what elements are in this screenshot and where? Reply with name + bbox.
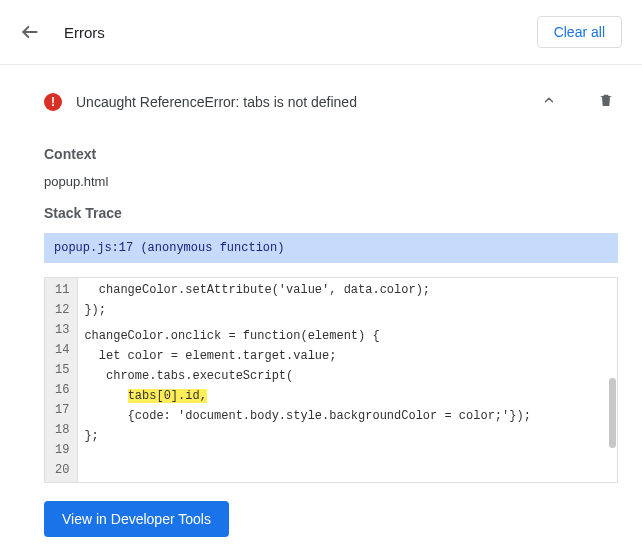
code-line: changeColor.setAttribute('value', data.c…	[78, 280, 617, 300]
view-devtools-button[interactable]: View in Developer Tools	[44, 501, 229, 537]
code-line: });	[78, 300, 617, 320]
line-number: 20	[45, 460, 77, 480]
page-title: Errors	[64, 24, 105, 41]
code-line: changeColor.onclick = function(element) …	[78, 326, 617, 346]
line-number: 19	[45, 440, 77, 460]
collapse-chevron-icon[interactable]	[534, 89, 564, 114]
stack-trace-heading: Stack Trace	[44, 205, 618, 221]
line-number: 16	[45, 380, 77, 400]
line-number: 15	[45, 360, 77, 380]
stack-frame[interactable]: popup.js:17 (anonymous function)	[44, 233, 618, 263]
scrollbar-thumb[interactable]	[609, 378, 616, 448]
code-line: {code: 'document.body.style.backgroundCo…	[78, 406, 617, 426]
error-item: ! Uncaught ReferenceError: tabs is not d…	[44, 77, 618, 130]
code-line: tabs[0].id,	[78, 386, 617, 406]
code-snippet: 11121314151617181920 changeColor.setAttr…	[44, 277, 618, 483]
line-number: 14	[45, 340, 77, 360]
line-number: 17	[45, 400, 77, 420]
context-value: popup.html	[44, 174, 618, 189]
code-line	[78, 446, 617, 452]
line-number: 12	[45, 300, 77, 320]
code-line: let color = element.target.value;	[78, 346, 617, 366]
delete-icon[interactable]	[594, 87, 618, 116]
line-number: 18	[45, 420, 77, 440]
line-number: 13	[45, 320, 77, 340]
code-lines: changeColor.setAttribute('value', data.c…	[78, 278, 617, 482]
context-heading: Context	[44, 146, 618, 162]
line-number: 11	[45, 280, 77, 300]
back-arrow-icon[interactable]	[20, 22, 40, 42]
code-line: chrome.tabs.executeScript(	[78, 366, 617, 386]
code-line: };	[78, 426, 617, 446]
highlighted-code: tabs[0].id,	[128, 389, 207, 403]
clear-all-button[interactable]: Clear all	[537, 16, 622, 48]
error-message: Uncaught ReferenceError: tabs is not def…	[76, 94, 520, 110]
line-number-gutter: 11121314151617181920	[45, 278, 78, 482]
error-icon: !	[44, 93, 62, 111]
